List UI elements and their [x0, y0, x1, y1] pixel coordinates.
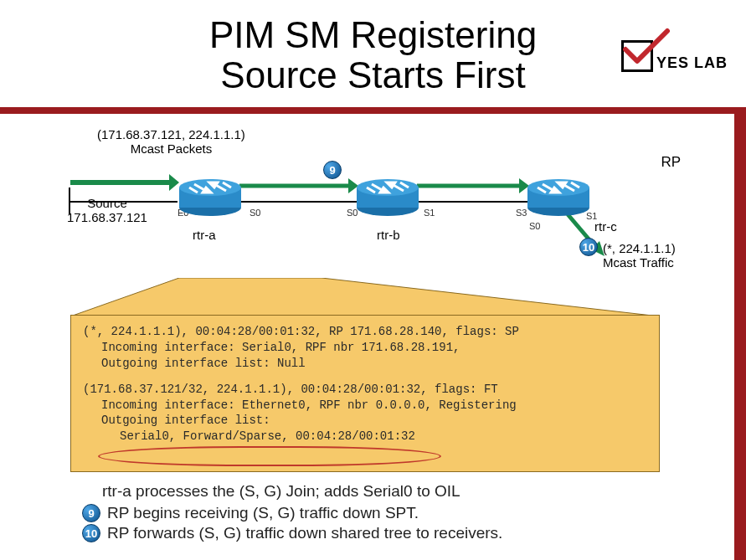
network-diagram: (171.68.37.121, 224.1.1.1) Mcast Packets…	[50, 127, 721, 278]
arrow-source-in	[70, 172, 179, 193]
link-source-rtra	[69, 201, 177, 203]
step-10-text: RP forwards (S, G) traffic down shared t…	[107, 524, 502, 542]
iface-s0-c: S0	[529, 221, 540, 231]
arrow-rtra-rtrb	[239, 176, 358, 196]
cli-line: Incoming interface: Serial0, RPF nbr 171…	[83, 340, 647, 356]
cli-highlight-line: Serial0, Forward/Sparse, 00:04:28/00:01:…	[83, 429, 647, 444]
cli-line: (171.68.37.121/32, 224.1.1.1), 00:04:28/…	[83, 382, 647, 398]
callout-pointer	[70, 278, 660, 316]
rtr-a-label: rtr-a	[193, 228, 216, 242]
cli-line: (*, 224.1.1.1), 00:04:28/00:01:32, RP 17…	[83, 324, 647, 340]
mcast-traffic-label: (*, 224.1.1.1) Mcast Traffic	[603, 241, 676, 270]
cli-line: Outgoing interface list: Null	[83, 356, 647, 372]
title-line-1: PIM SM Registering	[209, 14, 537, 55]
iface-s1-b: S1	[424, 208, 435, 218]
step-row-10: 10 RP forwards (S, G) traffic down share…	[82, 524, 726, 542]
step-9-text: RP begins receiving (S, G) traffic down …	[107, 504, 419, 522]
cli-callout: (*, 224.1.1.1), 00:04:28/00:01:32, RP 17…	[70, 278, 660, 472]
step-row-9: 9 RP begins receiving (S, G) traffic dow…	[82, 504, 726, 522]
router-c-icon	[526, 176, 591, 218]
router-b-icon	[355, 176, 420, 218]
yes-lab-logo: YES LAB	[621, 40, 728, 72]
checkmark-icon	[622, 28, 671, 68]
step-text-top: rtr-a processes the (S, G) Join; adds Se…	[102, 482, 726, 501]
logo-checkbox	[621, 40, 653, 72]
step-list: rtr-a processes the (S, G) Join; adds Se…	[82, 482, 726, 544]
cli-line: Incoming interface: Ethernet0, RPF nbr 0…	[83, 398, 647, 414]
step-10-marker: 10	[579, 238, 598, 256]
iface-s0-a: S0	[250, 208, 260, 218]
router-a-icon	[177, 176, 243, 218]
rp-label: RP	[661, 154, 681, 171]
highlight-circle	[98, 446, 441, 466]
rtr-b-label: rtr-b	[377, 228, 400, 242]
step-9-badge: 9	[82, 504, 100, 522]
mcast-packets-label: (171.68.37.121, 224.1.1.1) Mcast Packets	[97, 127, 245, 156]
step-9-marker: 9	[323, 161, 342, 179]
divider-top	[0, 107, 734, 114]
svg-marker-35	[70, 278, 660, 316]
step-10-badge: 10	[82, 524, 100, 542]
link-rtra-rtrb	[241, 201, 358, 203]
link-rtrb-rtrc	[419, 201, 527, 203]
cli-output: (*, 224.1.1.1), 00:04:28/00:01:32, RP 17…	[70, 315, 660, 472]
divider-right	[734, 107, 746, 560]
cli-line: Outgoing interface list:	[83, 413, 647, 429]
arrow-rtrb-rtrc	[417, 176, 529, 196]
title-line-2: Source Starts First	[220, 54, 525, 95]
